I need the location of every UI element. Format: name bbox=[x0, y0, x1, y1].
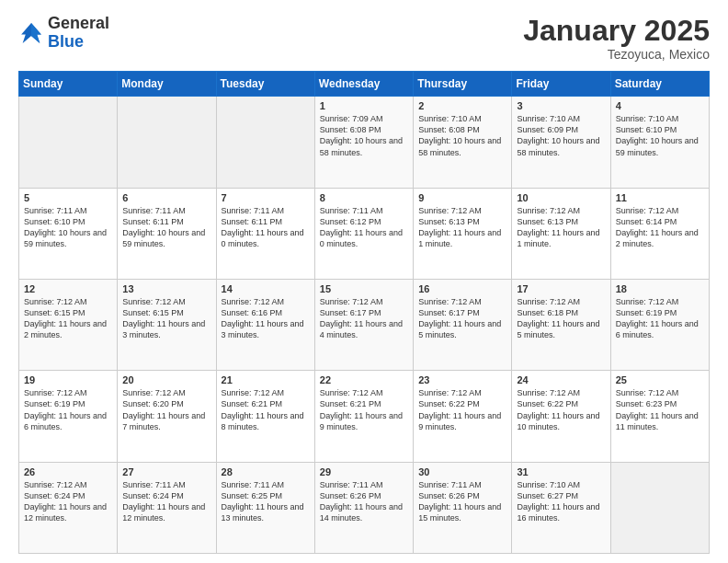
calendar-week-3: 12Sunrise: 7:12 AM Sunset: 6:15 PM Dayli… bbox=[19, 279, 710, 370]
calendar-cell: 13Sunrise: 7:12 AM Sunset: 6:15 PM Dayli… bbox=[118, 279, 216, 370]
logo-text: General Blue bbox=[48, 15, 109, 52]
calendar-cell: 10Sunrise: 7:12 AM Sunset: 6:13 PM Dayli… bbox=[512, 188, 610, 279]
day-number: 1 bbox=[320, 100, 408, 111]
day-number: 5 bbox=[24, 192, 112, 203]
day-number: 21 bbox=[222, 374, 310, 385]
calendar-cell bbox=[610, 462, 709, 553]
calendar-header-tuesday: Tuesday bbox=[216, 72, 314, 97]
day-info: Sunrise: 7:11 AM Sunset: 6:12 PM Dayligh… bbox=[320, 205, 408, 250]
calendar-cell: 5Sunrise: 7:11 AM Sunset: 6:10 PM Daylig… bbox=[19, 188, 118, 279]
calendar-cell: 7Sunrise: 7:11 AM Sunset: 6:11 PM Daylig… bbox=[216, 188, 314, 279]
day-number: 24 bbox=[517, 374, 605, 385]
calendar-header-friday: Friday bbox=[512, 72, 610, 97]
day-info: Sunrise: 7:11 AM Sunset: 6:24 PM Dayligh… bbox=[122, 479, 210, 524]
day-number: 30 bbox=[418, 466, 506, 477]
day-number: 4 bbox=[616, 100, 704, 111]
day-number: 11 bbox=[616, 192, 704, 203]
calendar-cell bbox=[118, 97, 216, 188]
calendar-cell: 22Sunrise: 7:12 AM Sunset: 6:21 PM Dayli… bbox=[314, 371, 413, 462]
day-number: 9 bbox=[418, 192, 506, 203]
day-info: Sunrise: 7:11 AM Sunset: 6:10 PM Dayligh… bbox=[24, 205, 112, 250]
day-number: 16 bbox=[418, 283, 506, 294]
day-number: 12 bbox=[24, 283, 112, 294]
calendar-table: SundayMondayTuesdayWednesdayThursdayFrid… bbox=[18, 71, 710, 554]
logo-icon bbox=[18, 20, 44, 46]
day-number: 3 bbox=[517, 100, 605, 111]
day-info: Sunrise: 7:11 AM Sunset: 6:26 PM Dayligh… bbox=[320, 479, 408, 524]
calendar-week-4: 19Sunrise: 7:12 AM Sunset: 6:19 PM Dayli… bbox=[19, 371, 710, 462]
calendar-cell: 23Sunrise: 7:12 AM Sunset: 6:22 PM Dayli… bbox=[414, 371, 512, 462]
calendar-cell: 2Sunrise: 7:10 AM Sunset: 6:08 PM Daylig… bbox=[414, 97, 512, 188]
day-number: 26 bbox=[24, 466, 112, 477]
day-info: Sunrise: 7:12 AM Sunset: 6:22 PM Dayligh… bbox=[517, 387, 605, 432]
calendar-cell: 1Sunrise: 7:09 AM Sunset: 6:08 PM Daylig… bbox=[314, 97, 413, 188]
calendar-week-1: 1Sunrise: 7:09 AM Sunset: 6:08 PM Daylig… bbox=[19, 97, 710, 188]
day-info: Sunrise: 7:09 AM Sunset: 6:08 PM Dayligh… bbox=[320, 113, 408, 158]
day-number: 20 bbox=[122, 374, 210, 385]
calendar-header-monday: Monday bbox=[118, 72, 216, 97]
day-info: Sunrise: 7:11 AM Sunset: 6:11 PM Dayligh… bbox=[122, 205, 210, 250]
day-info: Sunrise: 7:11 AM Sunset: 6:25 PM Dayligh… bbox=[222, 479, 310, 524]
calendar-cell: 12Sunrise: 7:12 AM Sunset: 6:15 PM Dayli… bbox=[19, 279, 118, 370]
calendar-cell: 14Sunrise: 7:12 AM Sunset: 6:16 PM Dayli… bbox=[216, 279, 314, 370]
day-info: Sunrise: 7:12 AM Sunset: 6:17 PM Dayligh… bbox=[418, 296, 506, 341]
calendar-cell: 27Sunrise: 7:11 AM Sunset: 6:24 PM Dayli… bbox=[118, 462, 216, 553]
day-info: Sunrise: 7:12 AM Sunset: 6:24 PM Dayligh… bbox=[24, 479, 112, 524]
day-info: Sunrise: 7:12 AM Sunset: 6:19 PM Dayligh… bbox=[24, 387, 112, 432]
day-number: 10 bbox=[517, 192, 605, 203]
calendar-cell: 25Sunrise: 7:12 AM Sunset: 6:23 PM Dayli… bbox=[610, 371, 709, 462]
day-info: Sunrise: 7:12 AM Sunset: 6:19 PM Dayligh… bbox=[616, 296, 704, 341]
day-info: Sunrise: 7:12 AM Sunset: 6:20 PM Dayligh… bbox=[122, 387, 210, 432]
day-info: Sunrise: 7:12 AM Sunset: 6:21 PM Dayligh… bbox=[320, 387, 408, 432]
day-info: Sunrise: 7:12 AM Sunset: 6:15 PM Dayligh… bbox=[24, 296, 112, 341]
calendar-cell: 16Sunrise: 7:12 AM Sunset: 6:17 PM Dayli… bbox=[414, 279, 512, 370]
logo-blue-text: Blue bbox=[48, 32, 84, 51]
calendar-week-2: 5Sunrise: 7:11 AM Sunset: 6:10 PM Daylig… bbox=[19, 188, 710, 279]
day-info: Sunrise: 7:12 AM Sunset: 6:13 PM Dayligh… bbox=[517, 205, 605, 250]
calendar-cell: 4Sunrise: 7:10 AM Sunset: 6:10 PM Daylig… bbox=[610, 97, 709, 188]
day-number: 6 bbox=[122, 192, 210, 203]
day-info: Sunrise: 7:12 AM Sunset: 6:18 PM Dayligh… bbox=[517, 296, 605, 341]
day-info: Sunrise: 7:12 AM Sunset: 6:13 PM Dayligh… bbox=[418, 205, 506, 250]
day-info: Sunrise: 7:10 AM Sunset: 6:09 PM Dayligh… bbox=[517, 113, 605, 158]
header: General Blue January 2025 Tezoyuca, Mexi… bbox=[18, 15, 710, 62]
day-number: 17 bbox=[517, 283, 605, 294]
calendar-cell: 15Sunrise: 7:12 AM Sunset: 6:17 PM Dayli… bbox=[314, 279, 413, 370]
day-number: 13 bbox=[122, 283, 210, 294]
calendar-cell bbox=[19, 97, 118, 188]
day-number: 28 bbox=[222, 466, 310, 477]
calendar-cell: 21Sunrise: 7:12 AM Sunset: 6:21 PM Dayli… bbox=[216, 371, 314, 462]
day-info: Sunrise: 7:12 AM Sunset: 6:22 PM Dayligh… bbox=[418, 387, 506, 432]
title-block: January 2025 Tezoyuca, Mexico bbox=[523, 15, 710, 62]
day-info: Sunrise: 7:12 AM Sunset: 6:16 PM Dayligh… bbox=[222, 296, 310, 341]
svg-marker-1 bbox=[31, 23, 41, 43]
day-number: 27 bbox=[122, 466, 210, 477]
calendar-cell: 8Sunrise: 7:11 AM Sunset: 6:12 PM Daylig… bbox=[314, 188, 413, 279]
day-info: Sunrise: 7:11 AM Sunset: 6:26 PM Dayligh… bbox=[418, 479, 506, 524]
day-number: 22 bbox=[320, 374, 408, 385]
day-number: 31 bbox=[517, 466, 605, 477]
day-number: 19 bbox=[24, 374, 112, 385]
logo-general-text: General bbox=[48, 14, 109, 32]
day-number: 18 bbox=[616, 283, 704, 294]
day-number: 15 bbox=[320, 283, 408, 294]
day-number: 8 bbox=[320, 192, 408, 203]
calendar-cell: 31Sunrise: 7:10 AM Sunset: 6:27 PM Dayli… bbox=[512, 462, 610, 553]
day-info: Sunrise: 7:10 AM Sunset: 6:27 PM Dayligh… bbox=[517, 479, 605, 524]
calendar-cell: 3Sunrise: 7:10 AM Sunset: 6:09 PM Daylig… bbox=[512, 97, 610, 188]
calendar-cell: 24Sunrise: 7:12 AM Sunset: 6:22 PM Dayli… bbox=[512, 371, 610, 462]
calendar-header-thursday: Thursday bbox=[414, 72, 512, 97]
logo: General Blue bbox=[18, 15, 109, 52]
month-title: January 2025 bbox=[523, 15, 710, 47]
calendar-cell: 20Sunrise: 7:12 AM Sunset: 6:20 PM Dayli… bbox=[118, 371, 216, 462]
day-number: 29 bbox=[320, 466, 408, 477]
calendar-header-row: SundayMondayTuesdayWednesdayThursdayFrid… bbox=[19, 72, 710, 97]
calendar-cell: 11Sunrise: 7:12 AM Sunset: 6:14 PM Dayli… bbox=[610, 188, 709, 279]
calendar-cell: 17Sunrise: 7:12 AM Sunset: 6:18 PM Dayli… bbox=[512, 279, 610, 370]
calendar-cell: 19Sunrise: 7:12 AM Sunset: 6:19 PM Dayli… bbox=[19, 371, 118, 462]
calendar-cell bbox=[216, 97, 314, 188]
day-number: 2 bbox=[418, 100, 506, 111]
day-number: 23 bbox=[418, 374, 506, 385]
calendar-cell: 6Sunrise: 7:11 AM Sunset: 6:11 PM Daylig… bbox=[118, 188, 216, 279]
calendar-week-5: 26Sunrise: 7:12 AM Sunset: 6:24 PM Dayli… bbox=[19, 462, 710, 553]
